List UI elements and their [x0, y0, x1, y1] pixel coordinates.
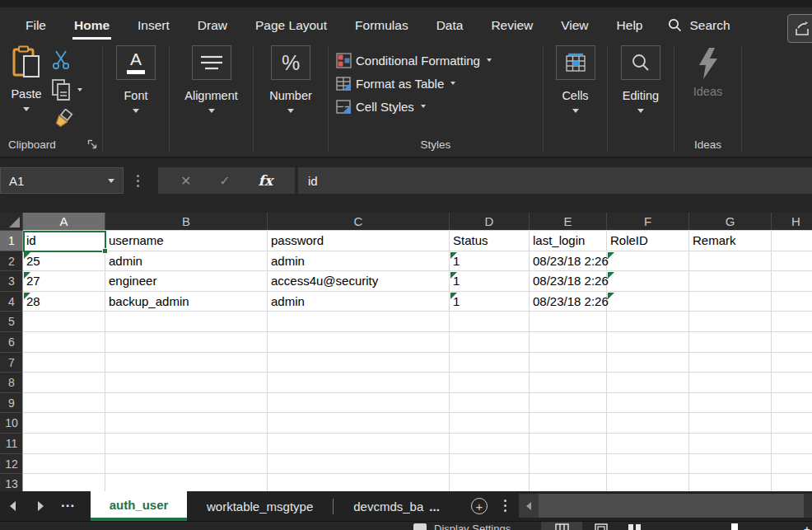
enter-icon[interactable]: ✓ [219, 173, 230, 189]
column-header-A[interactable]: A [23, 213, 105, 231]
row-header-3[interactable]: 3 [0, 271, 23, 292]
menu-item-formulas[interactable]: Formulas [341, 7, 422, 43]
row-header-9[interactable]: 9 [0, 393, 23, 414]
fill-handle[interactable] [102, 248, 108, 254]
cut-icon[interactable] [51, 49, 71, 71]
cell-C1[interactable]: password [271, 231, 324, 251]
number-group[interactable]: % Number [254, 43, 328, 155]
name-box-dropdown-arrow[interactable] [108, 179, 114, 183]
display-settings-label[interactable]: Display Settings [434, 523, 511, 530]
format-painter-icon[interactable] [51, 109, 74, 130]
menu-item-file[interactable]: File [12, 7, 60, 43]
sheet-tab-worktable_msgtype[interactable]: worktable_msgtype [187, 491, 333, 521]
column-header-B[interactable]: B [105, 213, 268, 231]
column-header-D[interactable]: D [450, 213, 530, 231]
cell-E1[interactable]: last_login [533, 231, 585, 251]
row-header-13[interactable]: 13 [0, 474, 23, 491]
row-header-2[interactable]: 2 [0, 251, 23, 272]
editing-group[interactable]: Editing [608, 43, 674, 155]
menu-item-data[interactable]: Data [422, 7, 478, 43]
search-box[interactable]: Search [668, 7, 730, 43]
font-dropdown-arrow[interactable] [133, 109, 139, 113]
row-header-10[interactable]: 10 [0, 413, 23, 434]
number-dropdown-arrow[interactable] [287, 109, 294, 113]
cell-styles-button[interactable]: Cell Styles [329, 95, 543, 118]
column-header-C[interactable]: C [268, 213, 450, 231]
copy-button[interactable] [51, 78, 82, 101]
menu-item-help[interactable]: Help [603, 7, 657, 43]
normal-view-icon[interactable] [555, 523, 569, 530]
cell-E2[interactable]: 08/23/18 2:26 [533, 251, 609, 272]
row-header-1[interactable]: 1 [0, 231, 23, 251]
cell-C4[interactable]: admin [271, 292, 305, 312]
menu-item-view[interactable]: View [547, 7, 602, 43]
display-settings-icon[interactable] [413, 523, 427, 530]
column-header-H[interactable]: H [772, 213, 812, 231]
page-layout-view-icon[interactable] [595, 523, 608, 530]
cell-E4[interactable]: 08/23/18 2:26 [533, 292, 609, 312]
horizontal-scrollbar[interactable] [539, 494, 812, 518]
horizontal-scroll-left-button[interactable] [519, 494, 539, 518]
page-break-view-icon[interactable] [628, 523, 642, 530]
row-header-6[interactable]: 6 [0, 332, 23, 353]
paste-dropdown-arrow[interactable] [23, 107, 30, 111]
format-as-table-button[interactable]: Format as Table [329, 72, 543, 95]
menu-item-home[interactable]: Home [60, 7, 124, 43]
sheet-tab-auth_user[interactable]: auth_user [91, 491, 187, 521]
selected-cell-outline[interactable] [23, 231, 106, 252]
format-as-table-dropdown-arrow[interactable] [450, 82, 455, 85]
column-header-G[interactable]: G [689, 213, 772, 231]
menu-item-insert[interactable]: Insert [124, 7, 184, 43]
row-header-12[interactable]: 12 [0, 454, 23, 475]
menu-item-draw[interactable]: Draw [184, 7, 241, 43]
sheet-tab-devcmds_ba[interactable]: devcmds_ba... [334, 491, 460, 521]
share-button[interactable] [787, 14, 812, 43]
tab-bar-more-icon[interactable] [504, 500, 506, 512]
cell-F1[interactable]: RoleID [610, 231, 648, 251]
cells-group[interactable]: Cells [544, 43, 607, 155]
horizontal-scrollbar-thumb[interactable] [539, 494, 804, 518]
alignment-dropdown-arrow[interactable] [208, 109, 215, 113]
row-header-11[interactable]: 11 [0, 434, 23, 454]
cell-C3[interactable]: access4u@security [271, 271, 378, 292]
zoom-slider-thumb[interactable] [731, 523, 738, 530]
cell-G1[interactable]: Remark [693, 231, 736, 251]
cell-B3[interactable]: engineer [109, 271, 156, 292]
new-sheet-button[interactable]: + [471, 498, 488, 514]
cell-B4[interactable]: backup_admin [109, 292, 189, 312]
font-group[interactable]: A Font [103, 43, 169, 155]
select-all-corner[interactable] [0, 213, 23, 231]
cancel-icon[interactable]: ✕ [180, 173, 191, 189]
row-header-8[interactable]: 8 [0, 373, 23, 393]
paste-button[interactable]: Paste [5, 45, 48, 111]
row-header-5[interactable]: 5 [0, 312, 23, 332]
cell-B2[interactable]: admin [109, 251, 142, 272]
conditional-formatting-button[interactable]: Conditional Formatting [329, 49, 543, 72]
cell-D1[interactable]: Status [453, 231, 488, 251]
insert-function-icon[interactable]: fx [259, 172, 273, 189]
zoom-in-icon[interactable]: + [804, 523, 810, 530]
cell-styles-dropdown-arrow[interactable] [421, 105, 426, 108]
row-header-4[interactable]: 4 [0, 292, 23, 312]
tab-scroll-left-icon[interactable] [10, 501, 16, 511]
row-header-7[interactable]: 7 [0, 353, 23, 373]
cell-B1[interactable]: username [109, 231, 164, 251]
clipboard-dialog-launcher-icon[interactable] [87, 139, 97, 149]
copy-dropdown-arrow[interactable] [77, 88, 82, 91]
conditional-formatting-dropdown-arrow[interactable] [487, 59, 492, 62]
cells-dropdown-arrow[interactable] [572, 109, 579, 113]
editing-dropdown-arrow[interactable] [637, 109, 644, 113]
cell-E3[interactable]: 08/23/18 2:26 [533, 271, 609, 292]
alignment-group[interactable]: Alignment [170, 43, 253, 155]
ideas-lightning-icon[interactable] [694, 47, 722, 80]
ideas-button-label[interactable]: Ideas [693, 85, 722, 98]
cell-C2[interactable]: admin [271, 251, 305, 272]
menu-item-page-layout[interactable]: Page Layout [241, 7, 341, 43]
column-header-F[interactable]: F [607, 213, 689, 231]
menu-item-review[interactable]: Review [477, 7, 547, 43]
spreadsheet-grid[interactable]: ABCDEFGH12345678910111213idusernamepassw… [0, 213, 812, 491]
tab-scroll-right-icon[interactable] [38, 501, 44, 511]
tab-overflow-ellipsis[interactable]: ... [61, 495, 75, 511]
formula-input[interactable]: id [298, 167, 812, 194]
name-box[interactable]: A1 [0, 167, 124, 194]
